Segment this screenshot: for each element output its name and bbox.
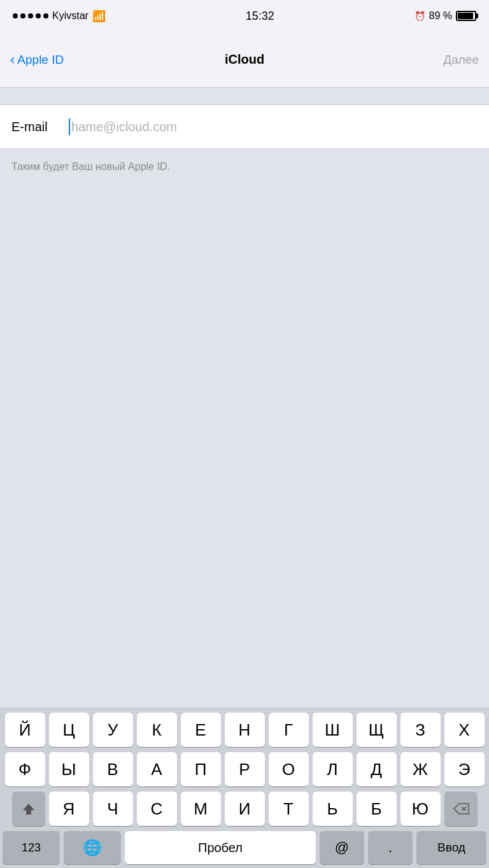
page-title: iCloud <box>225 52 264 67</box>
key-З[interactable]: З <box>400 713 441 747</box>
key-Е[interactable]: Е <box>181 713 221 747</box>
key-И[interactable]: И <box>225 792 265 826</box>
key-У[interactable]: У <box>93 713 133 747</box>
battery-icon <box>456 11 476 21</box>
keyboard-row-1: ЙЦУКЕНГШЩЗХ <box>3 713 486 747</box>
back-label: Apple ID <box>17 53 64 67</box>
key-Х[interactable]: Х <box>444 713 485 747</box>
keyboard-row-3: ЯЧСМИТЬБЮ <box>3 792 486 826</box>
key-П[interactable]: П <box>181 752 221 786</box>
signal-dot-2 <box>20 13 25 18</box>
signal-dot-5 <box>43 13 48 18</box>
at-key[interactable]: @ <box>320 831 364 864</box>
key-К[interactable]: К <box>137 713 177 747</box>
alarm-icon: ⏰ <box>415 11 425 21</box>
keyboard-row-2: ФЫВАПРОЛДЖЭ <box>3 752 486 786</box>
key-Ю[interactable]: Ю <box>400 792 441 826</box>
key-Б[interactable]: Б <box>357 792 397 826</box>
key-В[interactable]: В <box>93 752 133 786</box>
signal-dot-4 <box>36 13 41 18</box>
globe-key[interactable]: 🌐 <box>64 831 121 864</box>
key-Й[interactable]: Й <box>5 713 45 747</box>
key-Ь[interactable]: Ь <box>313 792 353 826</box>
enter-key[interactable]: Ввод <box>416 831 486 864</box>
battery-percent: 89 % <box>429 10 452 22</box>
key-А[interactable]: А <box>137 752 177 786</box>
email-row: E-mail hame@icloud.com <box>0 105 489 148</box>
status-left: Kyivstar 📶 <box>13 10 106 23</box>
svg-marker-0 <box>23 804 34 815</box>
key-Ф[interactable]: Ф <box>5 752 45 786</box>
key-М[interactable]: М <box>181 792 221 826</box>
key-Ч[interactable]: Ч <box>93 792 133 826</box>
chevron-left-icon: ‹ <box>10 53 15 67</box>
keyboard-bottom-row: 123 🌐 Пробел @ . Ввод <box>3 831 486 868</box>
email-input-wrapper[interactable]: hame@icloud.com <box>69 118 478 135</box>
time-display: 15:32 <box>246 10 274 23</box>
numbers-key[interactable]: 123 <box>3 831 60 864</box>
signal-dot-1 <box>13 13 18 18</box>
key-Г[interactable]: Г <box>269 713 309 747</box>
space-key[interactable]: Пробел <box>125 831 316 864</box>
middle-space <box>0 181 489 353</box>
key-Д[interactable]: Д <box>357 752 397 786</box>
backspace-key[interactable] <box>444 792 478 826</box>
email-section: E-mail hame@icloud.com <box>0 104 489 149</box>
email-label: E-mail <box>11 120 69 134</box>
status-bar: Kyivstar 📶 15:32 ⏰ 89 % <box>0 0 489 32</box>
signal-dots <box>13 13 48 18</box>
key-Ж[interactable]: Ж <box>400 752 441 786</box>
key-Н[interactable]: Н <box>225 713 265 747</box>
key-Ш[interactable]: Ш <box>313 713 353 747</box>
email-placeholder: hame@icloud.com <box>71 120 177 134</box>
key-Щ[interactable]: Щ <box>357 713 397 747</box>
dot-key[interactable]: . <box>368 831 413 864</box>
hint-text: Таким будет Ваш новый Apple ID. <box>11 161 170 172</box>
shift-key[interactable] <box>12 792 45 826</box>
key-Ы[interactable]: Ы <box>49 752 89 786</box>
key-Ц[interactable]: Ц <box>49 713 89 747</box>
battery-fill <box>458 13 473 19</box>
key-Т[interactable]: Т <box>269 792 309 826</box>
navigation-bar: ‹ Apple ID iCloud Далее <box>0 32 489 88</box>
carrier-name: Kyivstar <box>52 10 89 22</box>
back-button[interactable]: ‹ Apple ID <box>10 53 64 67</box>
signal-dot-3 <box>28 13 33 18</box>
key-С[interactable]: С <box>137 792 177 826</box>
text-cursor <box>69 118 70 135</box>
key-Я[interactable]: Я <box>49 792 89 826</box>
status-right: ⏰ 89 % <box>415 10 476 22</box>
spacer-top <box>0 88 489 104</box>
key-Р[interactable]: Р <box>225 752 265 786</box>
key-Л[interactable]: Л <box>313 752 353 786</box>
next-button[interactable]: Далее <box>443 53 479 67</box>
key-О[interactable]: О <box>269 752 309 786</box>
wifi-icon: 📶 <box>92 10 106 23</box>
battery-tip <box>476 13 478 18</box>
hint-section: Таким будет Ваш новый Apple ID. <box>0 149 489 181</box>
keyboard[interactable]: ЙЦУКЕНГШЩЗХ ФЫВАПРОЛДЖЭ ЯЧСМИТЬБЮ 123 🌐 … <box>0 708 489 868</box>
key-Э[interactable]: Э <box>444 752 485 786</box>
